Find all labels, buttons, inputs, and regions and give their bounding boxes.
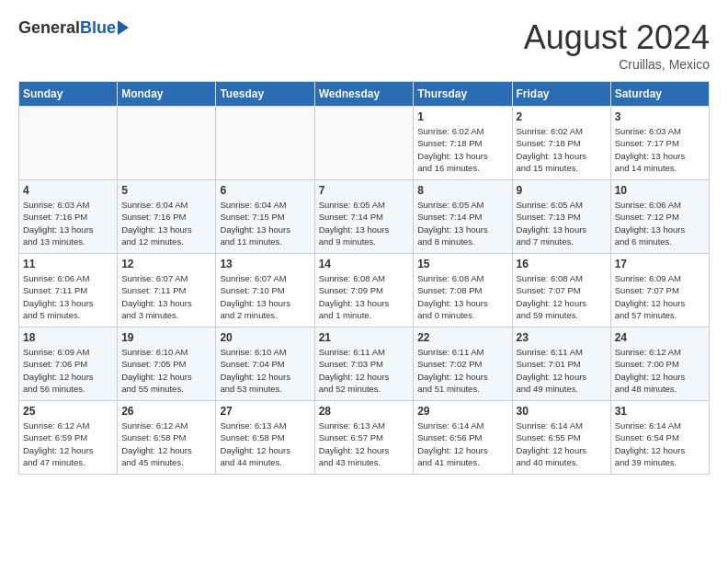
day-number: 21 [319,331,410,344]
calendar-cell: 7Sunrise: 6:05 AM Sunset: 7:14 PM Daylig… [314,180,414,254]
day-info: Sunrise: 6:11 AM Sunset: 7:03 PM Dayligh… [319,346,410,395]
day-number: 5 [121,184,211,197]
calendar-cell: 30Sunrise: 6:14 AM Sunset: 6:55 PM Dayli… [512,401,610,475]
calendar-week-2: 4Sunrise: 6:03 AM Sunset: 7:16 PM Daylig… [19,180,710,254]
day-info: Sunrise: 6:09 AM Sunset: 7:07 PM Dayligh… [615,272,705,321]
day-info: Sunrise: 6:08 AM Sunset: 7:09 PM Dayligh… [319,272,410,321]
day-number: 11 [23,258,113,270]
day-info: Sunrise: 6:05 AM Sunset: 7:14 PM Dayligh… [319,199,410,247]
calendar-cell: 26Sunrise: 6:12 AM Sunset: 6:58 PM Dayli… [118,401,216,475]
month-year-title: August 2024 [524,18,710,57]
calendar-cell: 8Sunrise: 6:05 AM Sunset: 7:14 PM Daylig… [414,180,512,254]
day-number: 16 [517,258,607,270]
calendar-cell: 16Sunrise: 6:08 AM Sunset: 7:07 PM Dayli… [512,254,610,327]
day-number: 18 [23,331,113,344]
calendar-cell: 9Sunrise: 6:05 AM Sunset: 7:13 PM Daylig… [512,180,610,254]
day-number: 27 [220,405,310,418]
day-info: Sunrise: 6:10 AM Sunset: 7:04 PM Dayligh… [220,346,310,395]
logo-arrow-icon [118,20,129,35]
day-number: 30 [517,405,607,418]
logo-general-text: General [18,18,80,38]
day-number: 6 [220,184,310,197]
day-number: 23 [517,331,607,344]
day-number: 17 [615,258,705,270]
calendar-week-1: 1Sunrise: 6:02 AM Sunset: 7:18 PM Daylig… [19,107,710,180]
day-info: Sunrise: 6:02 AM Sunset: 7:18 PM Dayligh… [417,125,507,174]
day-number: 8 [417,184,507,197]
calendar-cell: 25Sunrise: 6:12 AM Sunset: 6:59 PM Dayli… [19,401,118,475]
location-subtitle: Cruillas, Mexico [524,57,710,72]
day-number: 4 [23,184,113,197]
day-number: 15 [417,258,507,270]
calendar-week-4: 18Sunrise: 6:09 AM Sunset: 7:06 PM Dayli… [19,327,710,401]
day-number: 10 [615,184,705,197]
day-number: 7 [319,184,410,197]
calendar-cell: 28Sunrise: 6:13 AM Sunset: 6:57 PM Dayli… [314,401,414,475]
day-info: Sunrise: 6:14 AM Sunset: 6:54 PM Dayligh… [615,419,705,468]
day-info: Sunrise: 6:06 AM Sunset: 7:11 PM Dayligh… [23,272,113,321]
page-header: General Blue August 2024 Cruillas, Mexic… [18,18,710,72]
day-info: Sunrise: 6:10 AM Sunset: 7:05 PM Dayligh… [121,346,211,395]
calendar-cell: 5Sunrise: 6:04 AM Sunset: 7:16 PM Daylig… [118,180,216,254]
calendar-cell: 14Sunrise: 6:08 AM Sunset: 7:09 PM Dayli… [314,254,414,327]
day-info: Sunrise: 6:06 AM Sunset: 7:12 PM Dayligh… [615,199,705,247]
logo-blue-text: Blue [80,18,116,38]
calendar-cell: 4Sunrise: 6:03 AM Sunset: 7:16 PM Daylig… [19,180,118,254]
calendar-cell: 3Sunrise: 6:03 AM Sunset: 7:17 PM Daylig… [610,107,709,180]
day-number: 12 [121,258,211,270]
day-info: Sunrise: 6:07 AM Sunset: 7:10 PM Dayligh… [220,272,310,321]
col-header-friday: Friday [512,82,610,107]
calendar-week-5: 25Sunrise: 6:12 AM Sunset: 6:59 PM Dayli… [19,401,710,475]
day-number: 25 [23,405,113,418]
day-info: Sunrise: 6:04 AM Sunset: 7:16 PM Dayligh… [121,199,211,247]
col-header-tuesday: Tuesday [216,82,314,107]
day-number: 1 [417,110,507,123]
calendar-cell: 24Sunrise: 6:12 AM Sunset: 7:00 PM Dayli… [610,327,709,401]
col-header-sunday: Sunday [19,82,118,107]
day-info: Sunrise: 6:02 AM Sunset: 7:18 PM Dayligh… [517,125,607,174]
day-info: Sunrise: 6:08 AM Sunset: 7:07 PM Dayligh… [517,272,607,321]
calendar-header-row: SundayMondayTuesdayWednesdayThursdayFrid… [19,82,710,107]
day-info: Sunrise: 6:04 AM Sunset: 7:15 PM Dayligh… [220,199,310,247]
day-info: Sunrise: 6:03 AM Sunset: 7:17 PM Dayligh… [615,125,705,174]
day-info: Sunrise: 6:05 AM Sunset: 7:13 PM Dayligh… [517,199,607,247]
day-number: 26 [121,405,211,418]
day-number: 29 [417,405,507,418]
day-info: Sunrise: 6:13 AM Sunset: 6:58 PM Dayligh… [220,419,310,468]
day-number: 19 [121,331,211,344]
calendar-cell: 13Sunrise: 6:07 AM Sunset: 7:10 PM Dayli… [216,254,314,327]
col-header-monday: Monday [118,82,216,107]
day-info: Sunrise: 6:12 AM Sunset: 7:00 PM Dayligh… [615,346,705,395]
calendar-cell: 18Sunrise: 6:09 AM Sunset: 7:06 PM Dayli… [19,327,118,401]
day-info: Sunrise: 6:09 AM Sunset: 7:06 PM Dayligh… [23,346,113,395]
calendar-cell: 19Sunrise: 6:10 AM Sunset: 7:05 PM Dayli… [118,327,216,401]
day-info: Sunrise: 6:08 AM Sunset: 7:08 PM Dayligh… [417,272,507,321]
day-info: Sunrise: 6:05 AM Sunset: 7:14 PM Dayligh… [417,199,507,247]
calendar-cell: 2Sunrise: 6:02 AM Sunset: 7:18 PM Daylig… [512,107,610,180]
title-block: August 2024 Cruillas, Mexico [524,18,710,72]
calendar-cell [216,107,314,180]
calendar-cell [19,107,118,180]
calendar-cell [314,107,414,180]
day-info: Sunrise: 6:07 AM Sunset: 7:11 PM Dayligh… [121,272,211,321]
logo: General Blue [18,18,129,38]
calendar-cell: 17Sunrise: 6:09 AM Sunset: 7:07 PM Dayli… [610,254,709,327]
col-header-wednesday: Wednesday [314,82,414,107]
day-number: 2 [517,110,607,123]
day-number: 3 [615,110,705,123]
day-number: 31 [615,405,705,418]
calendar-cell: 31Sunrise: 6:14 AM Sunset: 6:54 PM Dayli… [610,401,709,475]
day-info: Sunrise: 6:12 AM Sunset: 6:58 PM Dayligh… [121,419,211,468]
day-number: 9 [517,184,607,197]
day-info: Sunrise: 6:14 AM Sunset: 6:56 PM Dayligh… [417,419,507,468]
calendar-cell: 23Sunrise: 6:11 AM Sunset: 7:01 PM Dayli… [512,327,610,401]
col-header-saturday: Saturday [610,82,709,107]
calendar-cell: 21Sunrise: 6:11 AM Sunset: 7:03 PM Dayli… [314,327,414,401]
day-number: 20 [220,331,310,344]
day-info: Sunrise: 6:13 AM Sunset: 6:57 PM Dayligh… [319,419,410,468]
calendar-cell: 27Sunrise: 6:13 AM Sunset: 6:58 PM Dayli… [216,401,314,475]
day-number: 13 [220,258,310,270]
calendar-table: SundayMondayTuesdayWednesdayThursdayFrid… [18,81,710,475]
calendar-cell: 22Sunrise: 6:11 AM Sunset: 7:02 PM Dayli… [414,327,512,401]
calendar-cell: 29Sunrise: 6:14 AM Sunset: 6:56 PM Dayli… [414,401,512,475]
